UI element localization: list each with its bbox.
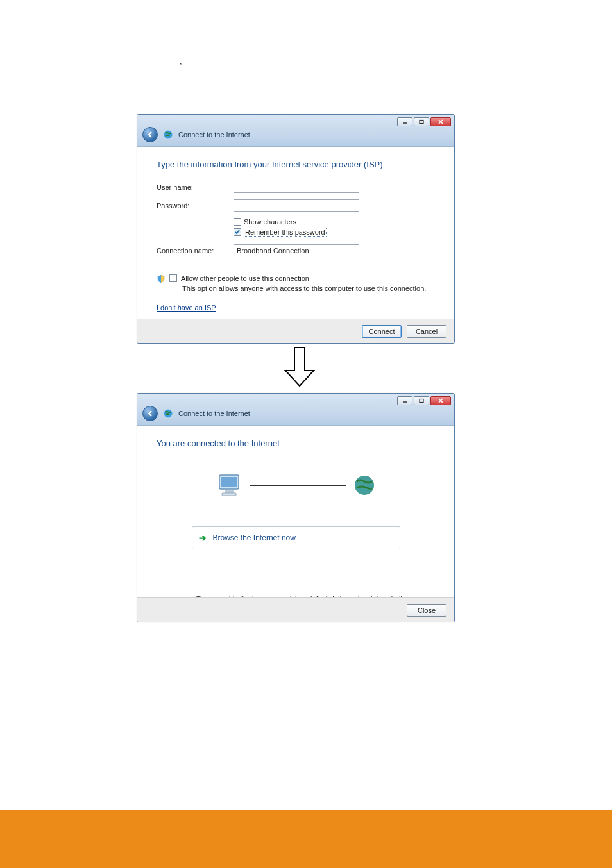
back-arrow-icon	[146, 131, 154, 138]
close-button[interactable]: Close	[407, 604, 446, 617]
minimize-icon	[402, 119, 408, 124]
connection-name-label: Connection name:	[157, 247, 234, 255]
show-chars-label: Show characters	[244, 218, 296, 226]
arrow-right-icon: ➔	[199, 533, 207, 543]
page-heading: You are connected to the Internet	[157, 438, 435, 448]
username-input[interactable]	[234, 181, 359, 193]
svg-rect-11	[221, 477, 237, 487]
check-icon	[234, 229, 241, 235]
connection-name-row: Connection name:	[157, 244, 435, 256]
svg-rect-1	[420, 121, 423, 124]
minimize-button[interactable]	[397, 117, 412, 126]
no-isp-link[interactable]: I don't have an ISP	[157, 304, 216, 312]
password-row: Password:	[157, 199, 435, 212]
computer-icon	[216, 472, 244, 498]
connection-graphic	[157, 463, 435, 507]
titlebar: Connect to the Internet	[137, 394, 454, 426]
globe-icon	[163, 408, 173, 419]
back-button[interactable]	[142, 127, 158, 142]
connection-name-input[interactable]	[234, 244, 359, 256]
minimize-icon	[402, 398, 408, 403]
internet-globe-icon	[353, 474, 376, 497]
titlebar: Connect to the Internet	[137, 115, 454, 147]
svg-point-4	[164, 131, 173, 139]
page-footer-band	[0, 810, 612, 868]
allow-others-checkbox[interactable]	[169, 274, 177, 282]
password-input[interactable]	[234, 199, 359, 212]
svg-point-9	[164, 410, 173, 418]
flow-arrow-icon	[282, 346, 318, 388]
connect-button[interactable]: Connect	[362, 325, 402, 338]
window-controls	[397, 396, 451, 405]
footer-bar: Close	[137, 597, 454, 622]
minimize-button[interactable]	[397, 396, 412, 405]
allow-others-block: Allow other people to use this connectio…	[157, 274, 435, 283]
close-button[interactable]	[430, 117, 451, 126]
isp-dialog-window: Connect to the Internet Type the informa…	[137, 114, 455, 344]
browse-internet-label: Browse the Internet now	[213, 533, 296, 542]
globe-icon	[163, 129, 173, 140]
show-chars-checkbox[interactable]	[234, 218, 241, 226]
svg-point-15	[355, 476, 374, 495]
content-area: Type the information from your Internet …	[137, 147, 454, 319]
browse-internet-cmdlink[interactable]: ➔ Browse the Internet now	[192, 526, 400, 549]
connection-line	[250, 485, 346, 486]
svg-rect-6	[420, 399, 423, 403]
window-title: Connect to the Internet	[178, 131, 250, 138]
page-root: , C	[0, 0, 612, 868]
remember-label: Remember this password	[244, 228, 327, 237]
remember-row: Remember this password	[234, 228, 435, 237]
remember-checkbox[interactable]	[234, 228, 241, 236]
allow-others-help: This option allows anyone with access to…	[182, 285, 435, 292]
show-chars-row: Show characters	[234, 218, 435, 226]
window-controls	[397, 117, 451, 126]
footer-bar: Connect Cancel	[137, 319, 454, 343]
connected-dialog-window: Connect to the Internet You are connecte…	[137, 393, 455, 622]
titlebar-row: Connect to the Internet	[142, 127, 250, 142]
titlebar-row: Connect to the Internet	[142, 406, 250, 421]
allow-others-label: Allow other people to use this connectio…	[181, 274, 309, 282]
back-button[interactable]	[142, 406, 158, 421]
close-icon	[438, 119, 444, 124]
svg-rect-13	[222, 493, 236, 496]
cancel-button[interactable]: Cancel	[407, 325, 446, 338]
window-title: Connect to the Internet	[178, 410, 250, 417]
password-label: Password:	[157, 202, 234, 210]
maximize-button[interactable]	[414, 117, 429, 126]
maximize-icon	[418, 398, 425, 403]
shield-icon	[157, 274, 166, 283]
close-button[interactable]	[430, 396, 451, 405]
maximize-button[interactable]	[414, 396, 429, 405]
content-area: You are connected to the Internet ➔ Bro	[137, 426, 454, 620]
page-heading: Type the information from your Internet …	[157, 160, 435, 169]
back-arrow-icon	[146, 410, 154, 417]
svg-rect-12	[225, 490, 234, 493]
close-icon	[438, 398, 444, 403]
username-row: User name:	[157, 181, 435, 193]
maximize-icon	[418, 119, 425, 124]
stray-comma: ,	[180, 56, 182, 66]
username-label: User name:	[157, 183, 234, 191]
